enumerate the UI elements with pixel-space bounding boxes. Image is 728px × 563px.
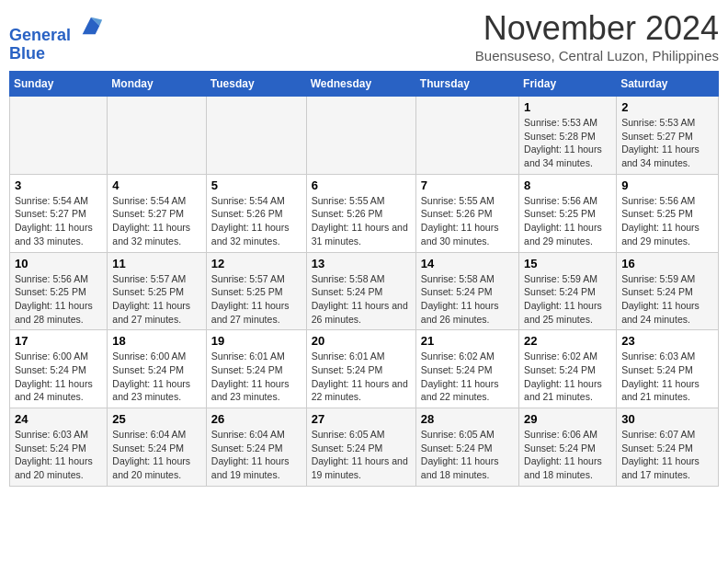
- calendar-week-row: 10Sunrise: 5:56 AMSunset: 5:25 PMDayligh…: [10, 252, 719, 330]
- weekday-header-row: SundayMondayTuesdayWednesdayThursdayFrid…: [10, 72, 719, 97]
- calendar-cell: 13Sunrise: 5:58 AMSunset: 5:24 PMDayligh…: [306, 252, 415, 330]
- calendar-cell: 12Sunrise: 5:57 AMSunset: 5:25 PMDayligh…: [206, 252, 306, 330]
- day-info: Sunrise: 6:06 AMSunset: 5:24 PMDaylight:…: [524, 428, 611, 482]
- day-info: Sunrise: 6:07 AMSunset: 5:24 PMDaylight:…: [621, 428, 713, 482]
- day-info: Sunrise: 5:53 AMSunset: 5:27 PMDaylight:…: [621, 116, 713, 170]
- day-number: 24: [15, 412, 102, 426]
- day-number: 9: [621, 178, 713, 192]
- calendar-cell: 22Sunrise: 6:02 AMSunset: 5:24 PMDayligh…: [519, 330, 617, 408]
- page-header: General Blue November 2024 Buensuseso, C…: [9, 9, 719, 63]
- day-info: Sunrise: 6:02 AMSunset: 5:24 PMDaylight:…: [524, 350, 611, 404]
- calendar-cell: 25Sunrise: 6:04 AMSunset: 5:24 PMDayligh…: [108, 408, 206, 487]
- calendar-cell: 23Sunrise: 6:03 AMSunset: 5:24 PMDayligh…: [617, 330, 719, 408]
- calendar-cell: [10, 97, 108, 175]
- day-number: 3: [15, 178, 102, 192]
- calendar-week-row: 17Sunrise: 6:00 AMSunset: 5:24 PMDayligh…: [10, 330, 719, 408]
- weekday-header-saturday: Saturday: [617, 72, 719, 97]
- day-info: Sunrise: 5:54 AMSunset: 5:27 PMDaylight:…: [15, 194, 102, 248]
- day-number: 30: [621, 412, 713, 426]
- calendar-cell: 3Sunrise: 5:54 AMSunset: 5:27 PMDaylight…: [10, 174, 108, 252]
- day-number: 8: [524, 178, 611, 192]
- day-number: 19: [211, 334, 301, 348]
- day-info: Sunrise: 6:01 AMSunset: 5:24 PMDaylight:…: [211, 350, 301, 404]
- calendar-week-row: 1Sunrise: 5:53 AMSunset: 5:28 PMDaylight…: [10, 97, 719, 175]
- day-info: Sunrise: 5:59 AMSunset: 5:24 PMDaylight:…: [524, 272, 611, 327]
- day-info: Sunrise: 5:57 AMSunset: 5:25 PMDaylight:…: [112, 272, 200, 327]
- day-number: 16: [621, 257, 713, 270]
- day-number: 11: [112, 257, 200, 270]
- month-title: November 2024: [475, 9, 719, 48]
- calendar-cell: 7Sunrise: 5:55 AMSunset: 5:26 PMDaylight…: [415, 174, 518, 252]
- calendar-cell: 6Sunrise: 5:55 AMSunset: 5:26 PMDaylight…: [306, 174, 415, 252]
- day-info: Sunrise: 5:56 AMSunset: 5:25 PMDaylight:…: [621, 194, 713, 248]
- day-number: 17: [15, 334, 102, 348]
- day-info: Sunrise: 5:55 AMSunset: 5:26 PMDaylight:…: [312, 194, 411, 248]
- day-info: Sunrise: 6:01 AMSunset: 5:24 PMDaylight:…: [312, 350, 411, 404]
- logo-blue-text: Blue: [9, 45, 104, 63]
- calendar-cell: 8Sunrise: 5:56 AMSunset: 5:25 PMDaylight…: [519, 174, 617, 252]
- day-number: 22: [524, 334, 611, 348]
- day-info: Sunrise: 5:55 AMSunset: 5:26 PMDaylight:…: [421, 194, 514, 248]
- weekday-header-sunday: Sunday: [10, 72, 108, 97]
- day-info: Sunrise: 5:58 AMSunset: 5:24 PMDaylight:…: [312, 272, 411, 327]
- day-number: 23: [621, 334, 713, 348]
- day-info: Sunrise: 6:04 AMSunset: 5:24 PMDaylight:…: [211, 428, 301, 482]
- calendar-cell: 24Sunrise: 6:03 AMSunset: 5:24 PMDayligh…: [10, 408, 108, 487]
- calendar-cell: 30Sunrise: 6:07 AMSunset: 5:24 PMDayligh…: [617, 408, 719, 487]
- calendar-cell: 15Sunrise: 5:59 AMSunset: 5:24 PMDayligh…: [519, 252, 617, 330]
- logo: General Blue: [9, 15, 104, 63]
- day-number: 10: [15, 257, 102, 270]
- day-info: Sunrise: 5:56 AMSunset: 5:25 PMDaylight:…: [524, 194, 611, 248]
- day-info: Sunrise: 5:54 AMSunset: 5:26 PMDaylight:…: [211, 194, 301, 248]
- calendar-cell: 20Sunrise: 6:01 AMSunset: 5:24 PMDayligh…: [306, 330, 415, 408]
- day-number: 13: [312, 257, 411, 270]
- day-number: 15: [524, 257, 611, 270]
- day-number: 20: [312, 334, 411, 348]
- day-number: 1: [524, 100, 611, 114]
- day-info: Sunrise: 6:05 AMSunset: 5:24 PMDaylight:…: [421, 428, 514, 482]
- calendar-cell: 26Sunrise: 6:04 AMSunset: 5:24 PMDayligh…: [206, 408, 306, 487]
- day-info: Sunrise: 5:58 AMSunset: 5:24 PMDaylight:…: [421, 272, 514, 327]
- weekday-header-tuesday: Tuesday: [206, 72, 306, 97]
- calendar-cell: 5Sunrise: 5:54 AMSunset: 5:26 PMDaylight…: [206, 174, 306, 252]
- calendar-week-row: 24Sunrise: 6:03 AMSunset: 5:24 PMDayligh…: [10, 408, 719, 487]
- weekday-header-wednesday: Wednesday: [306, 72, 415, 97]
- location: Buensuseso, Central Luzon, Philippines: [475, 48, 719, 63]
- calendar-cell: 1Sunrise: 5:53 AMSunset: 5:28 PMDaylight…: [519, 97, 617, 175]
- day-number: 2: [621, 100, 713, 114]
- day-number: 21: [421, 334, 514, 348]
- calendar-cell: [415, 97, 518, 175]
- calendar-cell: 18Sunrise: 6:00 AMSunset: 5:24 PMDayligh…: [108, 330, 206, 408]
- calendar-cell: 9Sunrise: 5:56 AMSunset: 5:25 PMDaylight…: [617, 174, 719, 252]
- calendar-table: SundayMondayTuesdayWednesdayThursdayFrid…: [9, 71, 719, 487]
- calendar-cell: 14Sunrise: 5:58 AMSunset: 5:24 PMDayligh…: [415, 252, 518, 330]
- calendar-cell: [108, 97, 206, 175]
- day-info: Sunrise: 5:56 AMSunset: 5:25 PMDaylight:…: [15, 272, 102, 327]
- day-number: 6: [312, 178, 411, 192]
- day-number: 25: [112, 412, 200, 426]
- calendar-cell: [206, 97, 306, 175]
- day-info: Sunrise: 6:00 AMSunset: 5:24 PMDaylight:…: [112, 350, 200, 404]
- calendar-cell: 28Sunrise: 6:05 AMSunset: 5:24 PMDayligh…: [415, 408, 518, 487]
- day-info: Sunrise: 5:53 AMSunset: 5:28 PMDaylight:…: [524, 116, 611, 170]
- day-number: 18: [112, 334, 200, 348]
- weekday-header-monday: Monday: [108, 72, 206, 97]
- calendar-cell: 19Sunrise: 6:01 AMSunset: 5:24 PMDayligh…: [206, 330, 306, 408]
- day-info: Sunrise: 6:02 AMSunset: 5:24 PMDaylight:…: [421, 350, 514, 404]
- day-number: 12: [211, 257, 301, 270]
- day-number: 14: [421, 257, 514, 270]
- day-info: Sunrise: 6:03 AMSunset: 5:24 PMDaylight:…: [15, 428, 102, 482]
- day-number: 29: [524, 412, 611, 426]
- calendar-cell: 11Sunrise: 5:57 AMSunset: 5:25 PMDayligh…: [108, 252, 206, 330]
- day-number: 28: [421, 412, 514, 426]
- day-number: 7: [421, 178, 514, 192]
- day-info: Sunrise: 6:05 AMSunset: 5:24 PMDaylight:…: [312, 428, 411, 482]
- day-number: 4: [112, 178, 200, 192]
- day-info: Sunrise: 5:59 AMSunset: 5:24 PMDaylight:…: [621, 272, 713, 327]
- calendar-cell: 21Sunrise: 6:02 AMSunset: 5:24 PMDayligh…: [415, 330, 518, 408]
- logo-text: General: [9, 15, 104, 45]
- day-info: Sunrise: 5:54 AMSunset: 5:27 PMDaylight:…: [112, 194, 200, 248]
- day-info: Sunrise: 6:03 AMSunset: 5:24 PMDaylight:…: [621, 350, 713, 404]
- day-number: 26: [211, 412, 301, 426]
- title-block: November 2024 Buensuseso, Central Luzon,…: [475, 9, 719, 63]
